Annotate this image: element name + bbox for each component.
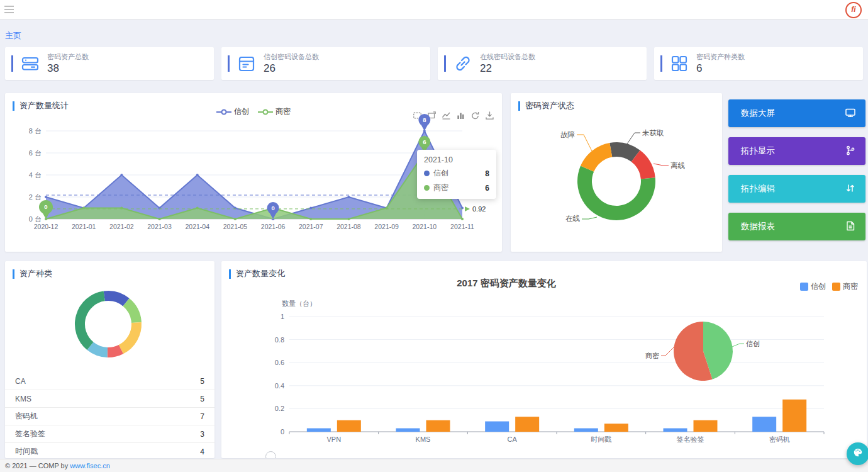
chart-title: 2017 密码资产数量变化: [221, 278, 791, 289]
svg-text:6: 6: [423, 138, 426, 145]
copyright-text: © 2021 — COMP by: [5, 462, 70, 469]
grid-icon: [670, 54, 689, 73]
svg-text:数量（台）: 数量（台）: [282, 300, 316, 307]
svg-text:0: 0: [281, 428, 284, 435]
svg-text:0: 0: [44, 203, 47, 210]
topology-icon: [845, 145, 855, 157]
svg-text:2021-11: 2021-11: [450, 223, 474, 230]
svg-text:8 台: 8 台: [29, 127, 42, 135]
report-icon: [845, 221, 855, 233]
palette-icon: [852, 447, 864, 461]
legend-item-商密[interactable]: 商密: [832, 281, 858, 292]
accent-bar: [660, 55, 662, 72]
device-card-icon: [237, 54, 256, 73]
menu-icon[interactable]: [4, 6, 14, 15]
footer: © 2021 — COMP by www.fisec.cn: [0, 459, 868, 472]
chart-tooltip: 2021-10 信创8商密6: [417, 150, 496, 199]
theme-fab-button[interactable]: [847, 442, 868, 465]
server-icon: [21, 54, 40, 73]
tooltip-title: 2021-10: [424, 155, 489, 164]
svg-text:2021-10: 2021-10: [413, 223, 437, 230]
svg-text:KMS: KMS: [416, 435, 431, 443]
asset-types-donut-chart[interactable]: [5, 279, 214, 372]
svg-text:0.6: 0.6: [275, 359, 284, 366]
svg-text:0 台: 0 台: [29, 215, 42, 223]
top-navbar: fi: [0, 0, 868, 20]
stat-label: 在线密码设备总数: [480, 52, 535, 62]
svg-text:2020-12: 2020-12: [34, 223, 58, 230]
svg-text:0.4: 0.4: [275, 382, 284, 390]
svg-text:CA: CA: [508, 435, 518, 443]
stat-value: 6: [696, 62, 745, 75]
svg-text:未获取: 未获取: [642, 129, 664, 137]
button-label: 拓扑显示: [741, 145, 775, 157]
link-icon: [453, 54, 472, 73]
svg-text:在线: 在线: [565, 215, 581, 222]
asset-status-panel: 密码资产状态 未获取离线在线故障: [511, 93, 722, 252]
quick-actions: 数据大屏 拓扑显示 拓扑编辑 数据报表: [728, 99, 865, 240]
topology-view-button[interactable]: 拓扑显示: [728, 137, 865, 165]
button-label: 拓扑编辑: [741, 183, 775, 194]
asset-change-bar-chart[interactable]: 00.20.40.60.81数量（台）VPNKMSCA时间戳签名验签密码机信创商…: [226, 296, 862, 453]
svg-text:4 台: 4 台: [29, 171, 42, 179]
svg-text:2 台: 2 台: [29, 193, 42, 201]
accent-bar: [444, 55, 446, 72]
svg-text:密码机: 密码机: [769, 435, 790, 443]
button-label: 数据大屏: [741, 108, 775, 119]
svg-text:2021-01: 2021-01: [72, 223, 96, 230]
fisec-logo-icon[interactable]: fi: [845, 2, 862, 18]
svg-text:离线: 离线: [670, 162, 686, 169]
svg-text:2021-09: 2021-09: [374, 223, 399, 230]
hidden-control-circle: [265, 451, 276, 458]
asset-types-panel: 资产种类 CA5KMS5密码机7签名验签3时间戳4: [5, 261, 214, 458]
type-row: CA5: [5, 373, 214, 390]
asset-status-donut-chart[interactable]: 未获取离线在线故障: [511, 115, 722, 249]
stat-label: 密码资产种类数: [696, 52, 745, 62]
accent-bar: [228, 55, 230, 72]
svg-text:8: 8: [423, 116, 426, 123]
legend-item-信创[interactable]: 信创: [800, 281, 826, 292]
stat-label: 密码资产总数: [47, 52, 89, 62]
svg-text:2021-05: 2021-05: [223, 223, 248, 230]
type-row: KMS5: [5, 390, 214, 408]
svg-text:0.8: 0.8: [275, 336, 284, 344]
svg-text:2021-03: 2021-03: [147, 223, 172, 230]
stat-value: 26: [264, 62, 319, 75]
title-accent: [518, 101, 520, 111]
asset-count-panel: 资产数量统计 信创商密 0 台2 台4 台6 台8 台2020-122021-0…: [5, 93, 502, 252]
type-row: 时间戳4: [5, 443, 214, 458]
data-report-button[interactable]: 数据报表: [728, 213, 865, 240]
tooltip-row: 信创8: [424, 168, 489, 179]
stat-card-online-devices: 在线密码设备总数 22: [438, 47, 647, 80]
edit-topology-icon: [845, 183, 855, 195]
tooltip-row: 商密6: [424, 183, 489, 193]
data-screen-button[interactable]: 数据大屏: [728, 99, 865, 127]
stats-row: 密码资产总数 38 信创密码设备总数 26 在线密码设备总数 22 密码资产种类…: [5, 47, 863, 80]
type-row: 密码机7: [5, 408, 214, 425]
svg-text:2021-06: 2021-06: [261, 223, 286, 230]
stat-value: 38: [47, 62, 89, 75]
asset-type-list: CA5KMS5密码机7签名验签3时间戳4: [5, 373, 214, 458]
stat-label: 信创密码设备总数: [264, 52, 319, 62]
bar-chart-legend: 信创商密: [800, 281, 858, 292]
breadcrumb[interactable]: 主页: [5, 30, 21, 42]
stat-card-asset-types: 密码资产种类数 6: [654, 47, 863, 80]
svg-text:0: 0: [271, 205, 274, 211]
svg-text:2021-02: 2021-02: [109, 223, 134, 230]
svg-text:签名验签: 签名验签: [677, 435, 704, 443]
fisec-link[interactable]: www.fisec.cn: [70, 462, 110, 469]
panel-title: 密码资产状态: [525, 100, 574, 111]
topology-edit-button[interactable]: 拓扑编辑: [728, 175, 865, 203]
svg-text:故障: 故障: [560, 131, 576, 138]
stat-value: 22: [480, 62, 535, 75]
svg-text:6 台: 6 台: [29, 149, 42, 157]
panel-title: 资产种类: [19, 268, 52, 279]
accent-bar: [11, 55, 13, 72]
asset-change-panel: 资产数量变化 2017 密码资产数量变化 信创商密 00.20.40.60.81…: [221, 261, 867, 458]
svg-text:VPN: VPN: [327, 435, 342, 443]
svg-text:时间戳: 时间戳: [591, 435, 611, 443]
monitor-icon: [845, 108, 855, 120]
title-accent: [13, 269, 14, 279]
stat-card-xinchuang-devices: 信创密码设备总数 26: [221, 47, 430, 80]
svg-text:2021-07: 2021-07: [299, 223, 323, 230]
